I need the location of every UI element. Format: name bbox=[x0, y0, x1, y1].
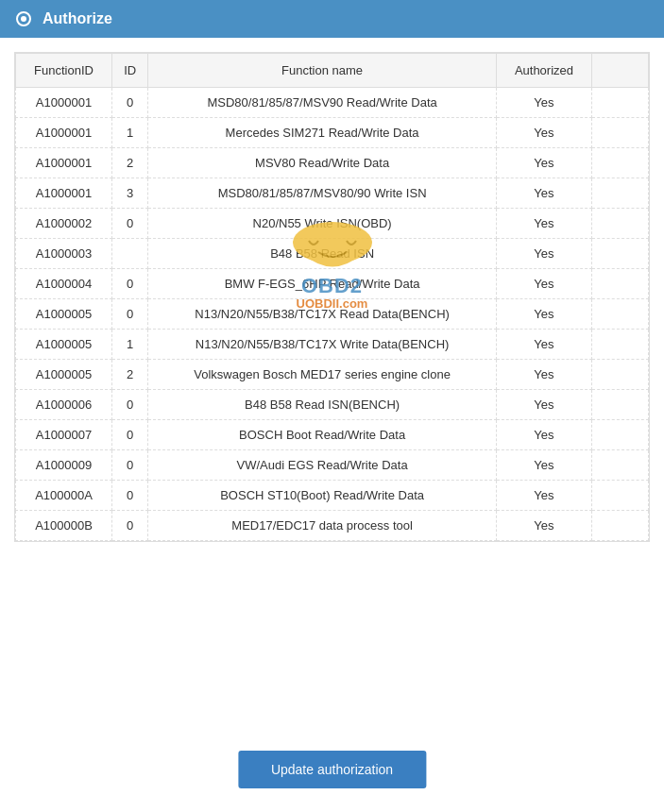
cell-authorized: Yes bbox=[496, 330, 591, 360]
cell-extra bbox=[592, 239, 649, 269]
cell-functionid: A1000006 bbox=[16, 390, 112, 420]
cell-authorized: Yes bbox=[496, 269, 591, 299]
cell-extra bbox=[592, 118, 649, 148]
col-header-functionid: FunctionID bbox=[16, 54, 112, 88]
cell-functionid: A1000005 bbox=[16, 299, 112, 330]
cell-id: 0 bbox=[111, 450, 147, 481]
table-row: A10000013MSD80/81/85/87/MSV80/90 Write I… bbox=[16, 178, 649, 209]
cell-extra bbox=[592, 450, 649, 481]
table-row: A10000020N20/N55 Write ISN(OBD)Yes bbox=[16, 209, 649, 239]
table-row: A10000012MSV80 Read/Write DataYes bbox=[16, 148, 649, 178]
table-row: A100000B0MED17/EDC17 data process toolYe… bbox=[16, 511, 649, 541]
main-content: FunctionID ID Function name Authorized A… bbox=[0, 38, 664, 812]
cell-authorized: Yes bbox=[496, 450, 591, 481]
cell-functionid: A1000005 bbox=[16, 360, 112, 390]
cell-functionname: MED17/EDC17 data process tool bbox=[148, 511, 497, 541]
cell-extra bbox=[592, 178, 649, 209]
table-row: A10000051N13/N20/N55/B38/TC17X Write Dat… bbox=[16, 330, 649, 360]
page-title: Authorize bbox=[43, 10, 112, 27]
cell-authorized: Yes bbox=[496, 299, 591, 330]
cell-extra bbox=[592, 420, 649, 450]
cell-functionid: A100000A bbox=[16, 481, 112, 511]
table-row: A10000040BMW F-EGS_6HP Read/Write DataYe… bbox=[16, 269, 649, 299]
cell-functionid: A1000001 bbox=[16, 118, 112, 148]
cell-functionname: VW/Audi EGS Read/Write Data bbox=[148, 450, 497, 481]
table-row: A1000003B48 B58 Read ISNYes bbox=[16, 239, 649, 269]
cell-functionname: BOSCH Boot Read/Write Data bbox=[148, 420, 497, 450]
cell-id: 3 bbox=[111, 178, 147, 209]
cell-functionid: A1000005 bbox=[16, 330, 112, 360]
col-header-extra bbox=[592, 54, 649, 88]
table-row: A10000010MSD80/81/85/87/MSV90 Read/Write… bbox=[16, 88, 649, 118]
cell-extra bbox=[592, 88, 649, 118]
cell-functionname: BMW F-EGS_6HP Read/Write Data bbox=[148, 269, 497, 299]
cell-id: 0 bbox=[111, 511, 147, 541]
cell-extra bbox=[592, 148, 649, 178]
col-header-authorized: Authorized bbox=[496, 54, 591, 88]
cell-authorized: Yes bbox=[496, 239, 591, 269]
cell-id: 1 bbox=[111, 118, 147, 148]
cell-authorized: Yes bbox=[496, 88, 591, 118]
cell-functionid: A1000004 bbox=[16, 269, 112, 299]
table-row: A100000A0BOSCH ST10(Boot) Read/Write Dat… bbox=[16, 481, 649, 511]
cell-extra bbox=[592, 481, 649, 511]
table-header-row: FunctionID ID Function name Authorized bbox=[16, 54, 649, 88]
col-header-id: ID bbox=[111, 54, 147, 88]
cell-id: 0 bbox=[111, 269, 147, 299]
title-bar: Authorize bbox=[0, 0, 664, 38]
cell-authorized: Yes bbox=[496, 118, 591, 148]
cell-authorized: Yes bbox=[496, 178, 591, 209]
cell-functionname: B48 B58 Read ISN bbox=[148, 239, 497, 269]
cell-authorized: Yes bbox=[496, 420, 591, 450]
table-row: A10000011Mercedes SIM271 Read/Write Data… bbox=[16, 118, 649, 148]
cell-extra bbox=[592, 209, 649, 239]
cell-id: 0 bbox=[111, 481, 147, 511]
table-row: A10000052Volkswagen Bosch MED17 series e… bbox=[16, 360, 649, 390]
svg-point-1 bbox=[21, 16, 26, 22]
cell-functionname: Mercedes SIM271 Read/Write Data bbox=[148, 118, 497, 148]
cell-functionname: Volkswagen Bosch MED17 series engine clo… bbox=[148, 360, 497, 390]
cell-functionid: A1000001 bbox=[16, 88, 112, 118]
table-row: A10000090VW/Audi EGS Read/Write DataYes bbox=[16, 450, 649, 481]
cell-id: 2 bbox=[111, 360, 147, 390]
cell-functionname: BOSCH ST10(Boot) Read/Write Data bbox=[148, 481, 497, 511]
cell-extra bbox=[592, 269, 649, 299]
cell-extra bbox=[592, 511, 649, 541]
cell-authorized: Yes bbox=[496, 511, 591, 541]
data-table-container: FunctionID ID Function name Authorized A… bbox=[14, 52, 650, 542]
cell-functionname: N13/N20/N55/B38/TC17X Read Data(BENCH) bbox=[148, 299, 497, 330]
update-authorization-button[interactable]: Update authorization bbox=[238, 751, 426, 788]
cell-functionid: A1000003 bbox=[16, 239, 112, 269]
cell-functionid: A1000009 bbox=[16, 450, 112, 481]
title-bar-icon bbox=[14, 9, 33, 28]
cell-extra bbox=[592, 360, 649, 390]
cell-functionname: MSD80/81/85/87/MSV90 Read/Write Data bbox=[148, 88, 497, 118]
cell-id: 1 bbox=[111, 330, 147, 360]
cell-authorized: Yes bbox=[496, 148, 591, 178]
cell-id: 0 bbox=[111, 88, 147, 118]
cell-id: 0 bbox=[111, 390, 147, 420]
cell-authorized: Yes bbox=[496, 209, 591, 239]
authorization-table: FunctionID ID Function name Authorized A… bbox=[15, 53, 649, 541]
cell-functionid: A1000007 bbox=[16, 420, 112, 450]
cell-id: 2 bbox=[111, 148, 147, 178]
cell-functionid: A100000B bbox=[16, 511, 112, 541]
cell-authorized: Yes bbox=[496, 481, 591, 511]
table-row: A10000060B48 B58 Read ISN(BENCH)Yes bbox=[16, 390, 649, 420]
table-row: A10000050N13/N20/N55/B38/TC17X Read Data… bbox=[16, 299, 649, 330]
cell-authorized: Yes bbox=[496, 390, 591, 420]
table-row: A10000070BOSCH Boot Read/Write DataYes bbox=[16, 420, 649, 450]
cell-functionname: MSV80 Read/Write Data bbox=[148, 148, 497, 178]
cell-functionname: B48 B58 Read ISN(BENCH) bbox=[148, 390, 497, 420]
col-header-functionname: Function name bbox=[148, 54, 497, 88]
cell-functionid: A1000002 bbox=[16, 209, 112, 239]
cell-functionname: N20/N55 Write ISN(OBD) bbox=[148, 209, 497, 239]
cell-id: 0 bbox=[111, 420, 147, 450]
cell-functionid: A1000001 bbox=[16, 178, 112, 209]
cell-authorized: Yes bbox=[496, 360, 591, 390]
cell-id bbox=[111, 239, 147, 269]
cell-functionname: MSD80/81/85/87/MSV80/90 Write ISN bbox=[148, 178, 497, 209]
cell-id: 0 bbox=[111, 209, 147, 239]
cell-extra bbox=[592, 299, 649, 330]
cell-id: 0 bbox=[111, 299, 147, 330]
